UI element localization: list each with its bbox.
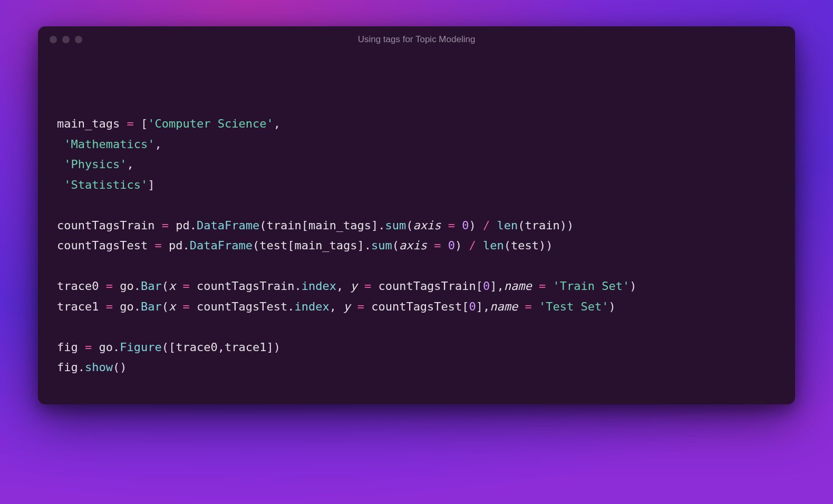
code-token: name <box>504 279 532 293</box>
code-token: = <box>162 219 169 232</box>
code-token: . <box>134 279 141 293</box>
code-token: = <box>448 219 455 232</box>
code-token: , <box>330 300 336 313</box>
code-token: axis <box>413 219 441 232</box>
code-token: ( <box>406 219 413 232</box>
code-token: sum <box>371 239 392 252</box>
code-token: fig <box>57 341 78 354</box>
code-token: ) <box>609 300 616 313</box>
code-token: index <box>302 279 336 293</box>
maximize-icon[interactable] <box>75 36 82 43</box>
code-token: 0 <box>469 300 476 313</box>
code-token: ] <box>357 239 364 252</box>
code-token: 0 <box>448 239 455 252</box>
code-token: x <box>169 279 176 293</box>
code-token: ]) <box>266 341 280 354</box>
code-token: 'Computer Science' <box>148 117 273 130</box>
code-token: )) <box>560 219 574 232</box>
code-token: sum <box>385 219 406 232</box>
code-token: / <box>483 219 490 232</box>
code-token: 0 <box>462 219 469 232</box>
code-token: go <box>120 300 134 313</box>
code-token: 'Test Set' <box>539 300 608 313</box>
code-token: train <box>266 219 301 232</box>
code-token: pd <box>169 239 183 252</box>
code-token: = <box>539 279 546 293</box>
code-token: = <box>182 279 189 293</box>
code-token: ] <box>371 219 378 232</box>
code-token: ) <box>455 239 462 252</box>
code-token: ) <box>629 279 636 293</box>
code-token: = <box>434 239 441 252</box>
code-token: . <box>364 239 371 252</box>
code-token: len <box>497 219 518 232</box>
code-token: ] <box>490 279 497 293</box>
code-token: 'Mathematics' <box>64 138 154 151</box>
code-token: [ <box>302 219 308 232</box>
code-token: , <box>274 117 280 130</box>
code-token: )) <box>539 239 553 252</box>
code-token: DataFrame <box>197 219 259 232</box>
code-token: y <box>343 300 350 313</box>
minimize-icon[interactable] <box>62 36 70 43</box>
code-token: countTagsTest <box>371 300 462 313</box>
code-token: . <box>294 279 301 293</box>
code-token: train <box>525 219 560 232</box>
code-token: Bar <box>141 300 162 313</box>
code-token: 'Train Set' <box>553 279 630 293</box>
code-token: show <box>85 361 113 374</box>
code-token: ] <box>148 178 154 191</box>
code-token: () <box>113 361 127 374</box>
code-token: . <box>182 239 189 252</box>
code-token: name <box>490 300 518 313</box>
code-token: main_tags <box>57 117 120 130</box>
code-token: . <box>134 300 141 313</box>
code-token: ( <box>259 219 266 232</box>
code-token: . <box>190 219 197 232</box>
code-token: trace0 <box>57 279 99 293</box>
code-token: ( <box>518 219 525 232</box>
code-token: , <box>218 341 225 354</box>
code-token: , <box>497 279 504 293</box>
code-token: , <box>336 279 343 293</box>
code-token: countTagsTest <box>197 300 287 313</box>
code-token: ( <box>504 239 511 252</box>
code-token: Figure <box>120 341 161 354</box>
code-token: = <box>182 300 189 313</box>
code-token: = <box>106 279 113 293</box>
code-token: = <box>357 300 364 313</box>
code-token: [ <box>141 117 148 130</box>
code-token: main_tags <box>308 219 371 232</box>
code-token: = <box>127 117 133 130</box>
code-token: fig <box>57 361 78 374</box>
code-token: = <box>525 300 532 313</box>
code-token: countTagsTest <box>57 239 148 252</box>
code-token: countTagsTrain <box>57 219 154 232</box>
code-token: index <box>294 300 329 313</box>
code-token: . <box>113 341 120 354</box>
code-token: , <box>127 158 133 171</box>
code-token: Bar <box>141 279 162 293</box>
code-token: y <box>350 279 357 293</box>
code-token: countTagsTrain <box>197 279 294 293</box>
code-token: [ <box>462 300 469 313</box>
code-token: = <box>364 279 371 293</box>
code-token: , <box>483 300 490 313</box>
code-token: 0 <box>483 279 490 293</box>
code-token: = <box>154 239 161 252</box>
code-token: [ <box>287 239 294 252</box>
code-token: trace1 <box>225 341 266 354</box>
code-token: / <box>469 239 476 252</box>
close-icon[interactable] <box>50 36 57 43</box>
code-token: = <box>106 300 113 313</box>
code-token: ( <box>253 239 259 252</box>
code-token: = <box>85 341 92 354</box>
code-token: DataFrame <box>190 239 253 252</box>
code-content[interactable]: main_tags = ['Computer Science', 'Mathem… <box>38 51 795 404</box>
code-token: go <box>120 279 134 293</box>
code-token: 'Statistics' <box>64 178 148 191</box>
code-token: . <box>78 361 85 374</box>
code-token: , <box>154 138 161 151</box>
code-token: axis <box>399 239 427 252</box>
code-token: [ <box>476 279 483 293</box>
